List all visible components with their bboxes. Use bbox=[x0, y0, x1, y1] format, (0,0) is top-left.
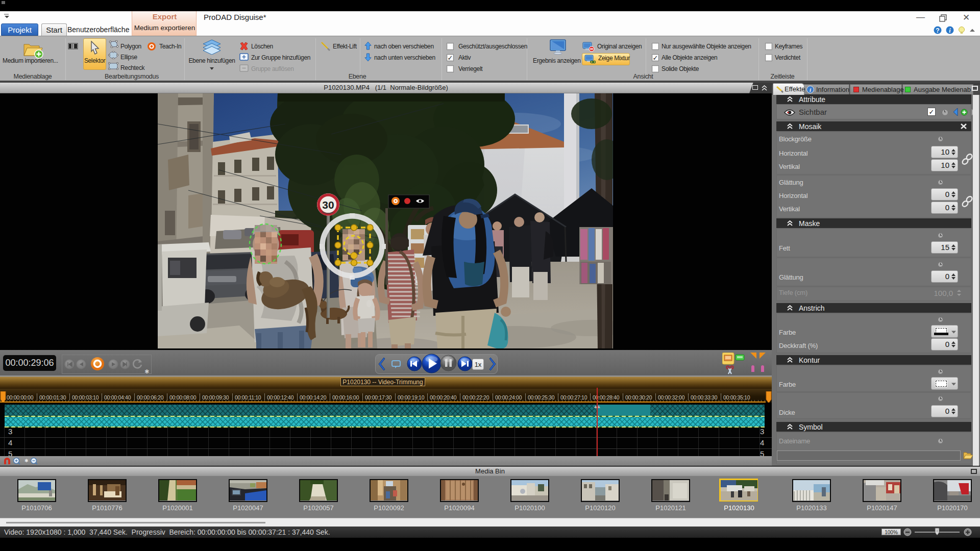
svg-text:?: ? bbox=[936, 27, 939, 34]
svg-text:✱: ✱ bbox=[24, 458, 29, 463]
svg-text:30: 30 bbox=[322, 199, 334, 211]
